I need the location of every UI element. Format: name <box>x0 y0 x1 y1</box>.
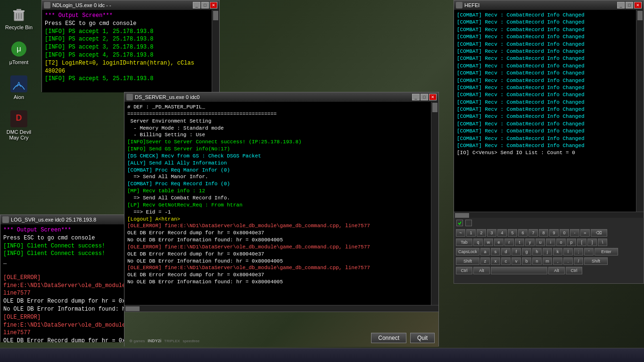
key-e[interactable]: e <box>494 239 504 246</box>
key-o[interactable]: o <box>556 239 566 246</box>
ndlogin-scrollbar[interactable] <box>212 10 219 92</box>
hefei-controls[interactable]: _ □ ✕ <box>617 2 642 8</box>
key-u[interactable]: u <box>536 239 545 246</box>
key-w[interactable]: w <box>484 239 493 246</box>
key-2[interactable]: 2 <box>477 229 486 237</box>
key-tab[interactable]: Tab <box>456 239 472 246</box>
logsvr-title: LOG_SVR_us.exe idc0 25.178.193.8 <box>11 217 96 222</box>
key-0[interactable]: 0 <box>560 229 569 237</box>
key-v[interactable]: v <box>512 257 521 265</box>
dsserver-scroll-thumb[interactable] <box>432 103 438 112</box>
recycle-bin-icon[interactable]: Recycle Bin <box>2 5 35 30</box>
key-backtick[interactable]: ~ <box>456 229 465 237</box>
key-equals[interactable]: = <box>580 229 590 237</box>
utorrent-icon[interactable]: μ μTorrent <box>2 40 35 65</box>
key-period[interactable]: . <box>563 257 573 265</box>
connect-button[interactable]: Connect <box>371 333 406 343</box>
key-j[interactable]: j <box>543 248 552 255</box>
keyboard-row-4: Shift z x c v b n m , . / Shift <box>454 256 644 266</box>
key-1[interactable]: 1 <box>466 229 476 237</box>
hefei-h-scrollbar[interactable] <box>454 212 644 218</box>
key-r[interactable]: r <box>504 239 514 246</box>
key-l[interactable]: l <box>563 248 573 255</box>
dsserver-titlebar[interactable]: DS_SERVER_us.exe 0 idc0 _ □ ✕ <box>124 92 438 102</box>
dsserver-minimize[interactable]: _ <box>412 94 420 100</box>
key-comma[interactable]: , <box>553 257 562 265</box>
dsserver-window: DS_SERVER_us.exe 0 idc0 _ □ ✕ # DEF : _P… <box>124 92 439 346</box>
hefei-maximize[interactable]: □ <box>626 2 633 8</box>
key-enter[interactable]: Enter <box>594 248 618 255</box>
dsserver-maximize[interactable]: □ <box>421 94 428 100</box>
key-ctrl-left[interactable]: Ctrl <box>456 267 472 274</box>
checkbox-1[interactable] <box>456 220 463 226</box>
key-a[interactable]: a <box>480 248 490 255</box>
key-5[interactable]: 5 <box>508 229 517 237</box>
dsserver-h-scrollbar[interactable] <box>124 305 438 312</box>
ndlogin-minimize[interactable]: _ <box>193 2 200 8</box>
key-ctrl-right[interactable]: Ctrl <box>566 267 582 274</box>
key-p[interactable]: p <box>567 239 576 246</box>
ndlogin-controls[interactable]: _ □ ✕ <box>193 2 217 8</box>
hefei-h-scroll-thumb[interactable] <box>455 213 469 218</box>
dsserver-h-scroll-thumb[interactable] <box>125 306 140 311</box>
key-semicolon[interactable]: ; <box>574 248 583 255</box>
key-n[interactable]: n <box>532 257 542 265</box>
key-6[interactable]: 6 <box>518 229 528 237</box>
ndlogin-close[interactable]: ✕ <box>210 2 217 8</box>
dsserver-controls[interactable]: _ □ ✕ <box>412 94 437 100</box>
dmc-image: D <box>9 109 28 128</box>
key-g[interactable]: g <box>522 248 531 255</box>
key-minus[interactable]: - <box>570 229 579 237</box>
checkbox-2[interactable] <box>465 220 472 226</box>
aion-icon[interactable]: A Aion <box>2 74 35 100</box>
hefei-minimize[interactable]: _ <box>617 2 625 8</box>
key-d[interactable]: d <box>501 248 511 255</box>
keyboard-row-2: Tab q w e r t y u i o p [ ] \ <box>454 238 644 247</box>
hefei-close[interactable]: ✕ <box>634 2 642 8</box>
key-shift-right[interactable]: Shift <box>584 257 608 265</box>
quit-button[interactable]: Quit <box>410 333 435 343</box>
key-s[interactable]: s <box>491 248 500 255</box>
dsserver-close[interactable]: ✕ <box>429 94 437 100</box>
key-q[interactable]: q <box>473 239 483 246</box>
dsserver-scrollbar[interactable] <box>431 102 438 305</box>
key-alt-right[interactable]: Alt <box>548 267 565 274</box>
key-slash[interactable]: / <box>574 257 583 265</box>
key-z[interactable]: z <box>480 257 490 265</box>
ndlogin-title: NDLogin_US.exe 0 idc - - <box>52 2 111 8</box>
svg-text:A: A <box>17 81 21 88</box>
key-y[interactable]: y <box>525 239 535 246</box>
key-k[interactable]: k <box>553 248 562 255</box>
key-capslock[interactable]: CapsLock <box>456 248 479 255</box>
ndlogin-titlebar[interactable]: NDLogin_US.exe 0 idc - - _ □ ✕ <box>42 0 219 10</box>
taskbar[interactable] <box>0 348 644 362</box>
key-9[interactable]: 9 <box>549 229 559 237</box>
key-lbracket[interactable]: [ <box>577 239 586 246</box>
key-i[interactable]: i <box>546 239 555 246</box>
key-quote[interactable]: ' <box>584 248 594 255</box>
hefei-scroll-thumb[interactable] <box>637 11 643 20</box>
key-4[interactable]: 4 <box>497 229 507 237</box>
dmc-icon[interactable]: D DMC Devil May Cry <box>2 109 35 140</box>
key-f[interactable]: f <box>512 248 521 255</box>
hefei-titlebar[interactable]: HEFEI _ □ ✕ <box>454 0 644 10</box>
key-x[interactable]: x <box>491 257 500 265</box>
key-alt-left[interactable]: Alt <box>473 267 490 274</box>
ndlogin-scroll-thumb[interactable] <box>213 11 218 20</box>
key-c[interactable]: c <box>501 257 511 265</box>
key-t[interactable]: t <box>515 239 524 246</box>
key-m[interactable]: m <box>543 257 552 265</box>
key-backslash[interactable]: \ <box>598 239 607 246</box>
key-shift-left[interactable]: Shift <box>456 257 479 265</box>
key-h[interactable]: h <box>532 248 542 255</box>
key-rbracket[interactable]: ] <box>587 239 597 246</box>
key-b[interactable]: b <box>522 257 531 265</box>
key-3[interactable]: 3 <box>487 229 496 237</box>
key-backspace[interactable]: ⌫ <box>591 229 607 237</box>
hefei-scrollbar[interactable] <box>636 10 644 212</box>
key-8[interactable]: 8 <box>539 229 548 237</box>
key-space[interactable] <box>491 267 547 274</box>
ndlogin-maximize[interactable]: □ <box>201 2 209 8</box>
key-7[interactable]: 7 <box>528 229 538 237</box>
ndlogin-content: *** Output Screen*** Press ESC to go cmd… <box>42 10 219 92</box>
